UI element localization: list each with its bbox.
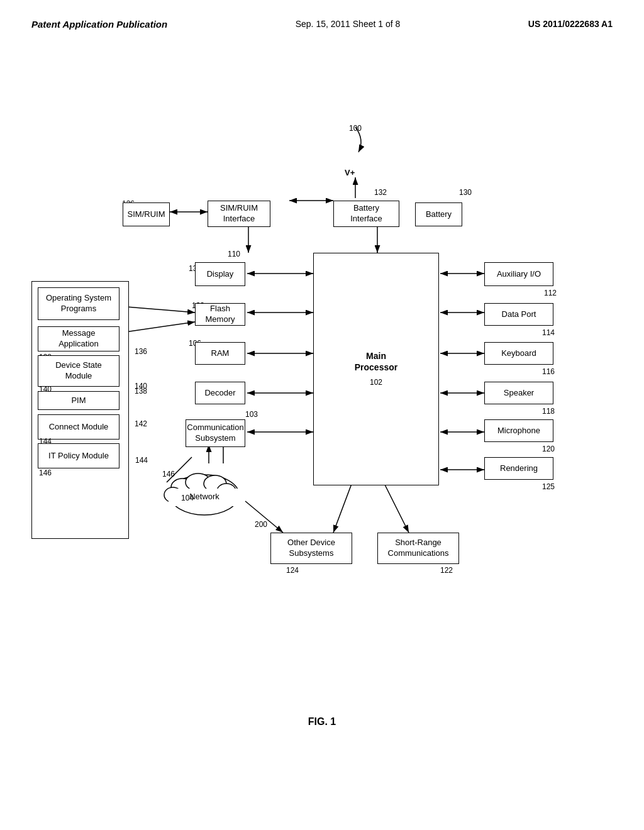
label-132: 132 <box>374 188 387 197</box>
ram-box: RAM <box>195 342 245 365</box>
rendering-box: Rendering <box>484 457 553 480</box>
message-app-box: Message Application <box>38 326 119 351</box>
label-140: 140 <box>135 382 147 390</box>
label-142: 142 <box>135 419 147 428</box>
label-116: 116 <box>542 367 555 376</box>
header-center: Sep. 15, 2011 Sheet 1 of 8 <box>296 19 401 29</box>
auxiliary-io-box: Auxiliary I/O <box>484 262 553 286</box>
battery-box: Battery <box>415 202 462 226</box>
label-146: 146 <box>162 470 175 479</box>
header: Patent Application Publication Sep. 15, … <box>0 0 644 36</box>
label-136: 136 <box>135 347 147 356</box>
short-range-box: Short-Range Communications <box>377 533 459 564</box>
network-cloud-svg: Network <box>164 470 245 520</box>
label-114: 114 <box>542 328 555 337</box>
comm-subsystem-box: Communication Subsystem <box>186 419 245 447</box>
header-left: Patent Application Publication <box>31 19 167 30</box>
battery-interface-box: Battery Interface <box>333 201 399 227</box>
label-124: 124 <box>286 566 299 575</box>
svg-line-24 <box>333 482 352 533</box>
sim-ruim-box: SIM/RUIM <box>123 202 170 226</box>
os-programs-box: Operating System Programs <box>38 287 119 320</box>
other-device-box: Other Device Subsystems <box>270 533 352 564</box>
label-112: 112 <box>544 289 557 297</box>
label-122: 122 <box>440 566 453 575</box>
label-130: 130 <box>459 188 472 197</box>
label-vplus: V+ <box>345 168 355 177</box>
data-port-box: Data Port <box>484 303 553 326</box>
label-110: 110 <box>228 250 240 258</box>
svg-line-25 <box>384 482 409 533</box>
it-policy-box: IT Policy Module <box>38 443 119 468</box>
label-100: 100 <box>349 124 362 133</box>
display-box: Display <box>195 262 245 286</box>
diagram-area: 100 V+ 132 130 126 128 SIM/RUIM SIM/RUIM… <box>0 42 644 765</box>
connect-module-box: Connect Module <box>38 414 119 440</box>
label-144: 144 <box>135 456 148 465</box>
speaker-box: Speaker <box>484 382 553 404</box>
sim-ruim-interface-box: SIM/RUIM Interface <box>208 201 270 227</box>
svg-text:Network: Network <box>189 492 219 501</box>
decoder-box: Decoder <box>195 382 245 404</box>
label-118: 118 <box>542 407 555 416</box>
label-104: 104 <box>181 494 194 502</box>
label-200: 200 <box>255 520 267 529</box>
header-right: US 2011/0222683 A1 <box>528 19 613 29</box>
label-120: 120 <box>542 445 555 453</box>
device-state-box: Device State Module <box>38 355 119 387</box>
microphone-box: Microphone <box>484 419 553 442</box>
pim-box: PIM <box>38 391 119 410</box>
label-125: 125 <box>542 482 555 491</box>
page: Patent Application Publication Sep. 15, … <box>0 0 644 830</box>
label-102: 102 <box>345 378 408 388</box>
fig-label: FIG. 1 <box>0 716 644 728</box>
flash-memory-box: Flash Memory <box>195 303 245 326</box>
label-146b: 146 <box>39 468 52 477</box>
label-103: 103 <box>245 410 258 419</box>
keyboard-box: Keyboard <box>484 342 553 365</box>
main-processor-box: Main Processor 102 <box>313 253 439 485</box>
